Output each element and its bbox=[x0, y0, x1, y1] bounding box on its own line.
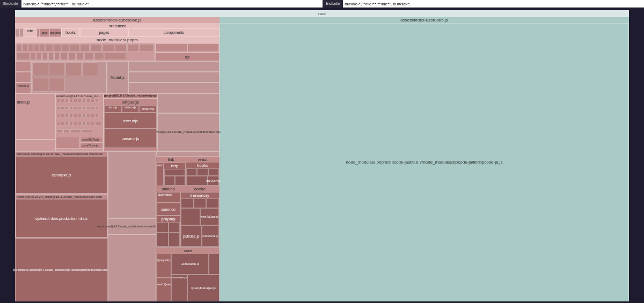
utilities-label[interactable]: utilities bbox=[156, 186, 180, 192]
queryinfo-cell[interactable]: QueryInfo.js bbox=[156, 254, 171, 278]
watchquery-cell[interactable]: watchQuery.js bbox=[156, 278, 171, 302]
bundle-left-title: assets/index-e35c696c.js bbox=[15, 17, 219, 23]
lodash-label: lodash-es@4.17.21/node_modules/lodash-es bbox=[56, 94, 103, 98]
language-label: language bbox=[104, 99, 157, 105]
include-label: Include bbox=[323, 0, 343, 8]
reactdom-prod-cell[interactable]: cjs/react-dom.production.min.js bbox=[16, 199, 107, 238]
pkg-cell[interactable] bbox=[108, 151, 156, 218]
model-label: Model.js bbox=[111, 76, 125, 79]
pkg-cell[interactable] bbox=[15, 139, 55, 151]
reactdom-group[interactable]: react-dom@18.2.0_react@18.2.0/node_modul… bbox=[15, 194, 108, 238]
inmemory-label: inmemory bbox=[181, 193, 219, 198]
http-cell[interactable]: http bbox=[164, 162, 186, 186]
exclude-label: Exclude bbox=[0, 0, 21, 8]
zod-cell[interactable]: zod@3.20.6/node_modules/zod/lib/index.mj… bbox=[157, 113, 219, 151]
src-client-row: vite apis graphql hooks pages components bbox=[15, 28, 219, 37]
pkg-cell[interactable] bbox=[187, 43, 219, 52]
include-input[interactable] bbox=[343, 0, 644, 8]
graphql-cell[interactable]: graphql bbox=[49, 28, 61, 37]
writestore-cell[interactable]: writeToStore.js bbox=[200, 208, 219, 225]
exclude-input[interactable] bbox=[21, 0, 323, 8]
pkg-cell[interactable] bbox=[108, 234, 156, 301]
components-cell[interactable]: components bbox=[128, 28, 219, 37]
parser-label: parser.mjs bbox=[122, 137, 139, 141]
filter-bar: Exclude Include bbox=[0, 0, 644, 8]
react-hooks-label: hooks bbox=[186, 162, 219, 168]
canvaskit-group[interactable]: canvaskit-wasm@0.39.0/node_modules/canva… bbox=[15, 151, 108, 194]
lodash-cell[interactable]: lodash-es@4.17.21/node_modules/lodash-es bbox=[55, 93, 104, 151]
canvaskit-label: canvaskit.js bbox=[52, 173, 71, 177]
pages-cell[interactable]: pages bbox=[80, 28, 128, 37]
querymanager-cell[interactable]: QueryManager.js bbox=[187, 275, 219, 301]
model-cell[interactable]: Model.js bbox=[107, 61, 128, 93]
js-temporal-label: @js-temporal+polyfill@0.4.3/node_modules… bbox=[13, 268, 111, 271]
canvaskit-pkg-label: canvaskit-wasm@0.39.0/node_modules/canva… bbox=[16, 152, 107, 156]
graphql-pkg-header[interactable]: graphql@16.6.0/node_modules/graphql bbox=[104, 93, 157, 99]
zipcode-cell[interactable]: node_modules/.pnpm/zipcode-ja@0.0.7/node… bbox=[219, 23, 629, 301]
hooks-cell[interactable]: hooks bbox=[61, 28, 80, 37]
pkg-cell[interactable] bbox=[156, 151, 219, 157]
parser-cell[interactable]: parser.mjs bbox=[104, 129, 157, 148]
pkg-cell[interactable] bbox=[128, 61, 219, 72]
common-label: common bbox=[161, 208, 175, 211]
parser-js-cell[interactable]: Parser.js bbox=[15, 83, 31, 93]
entitystore-cell[interactable]: entityStore.js bbox=[202, 225, 219, 247]
bundle-right-title: assets/index-016f8665.js bbox=[219, 17, 629, 23]
utils-cell[interactable]: utils bbox=[156, 162, 164, 186]
localstate-cell[interactable]: LocalState.js bbox=[171, 254, 209, 275]
http-label: http bbox=[164, 163, 185, 169]
zod-label: zod@3.20.6/node_modules/zod/lib/index.mj… bbox=[156, 130, 221, 134]
reactdom-prod-label: cjs/react-dom.production.min.js bbox=[35, 217, 87, 220]
cjs-label: cjs bbox=[185, 55, 190, 59]
graphql-util-cell[interactable]: graphql bbox=[156, 216, 180, 248]
treemap: root assets/index-e35c696c.js src/client… bbox=[0, 8, 644, 303]
language-group[interactable]: language ast.mjs visitor.mjs printer.mjs… bbox=[104, 99, 157, 151]
react-hooks-cell[interactable]: hooks useQuery.js bbox=[186, 162, 219, 186]
graphql-util-label: graphql bbox=[157, 216, 180, 222]
react-router-cell[interactable]: react-router@6.8.2/node_modules/react-ro… bbox=[108, 218, 156, 234]
pkg-cell[interactable] bbox=[156, 43, 187, 52]
observables-cell[interactable]: observables bbox=[156, 192, 180, 203]
tiny-cell[interactable] bbox=[19, 28, 24, 37]
index-cell[interactable]: index.js bbox=[15, 93, 55, 139]
cache-label[interactable]: cache bbox=[180, 186, 219, 192]
pkg-cell[interactable] bbox=[128, 83, 219, 93]
js-temporal-cell[interactable]: @js-temporal+polyfill@0.4.3/node_modules… bbox=[15, 238, 108, 301]
zipcode-label: node_modules/.pnpm/zipcode-ja@0.0.7/node… bbox=[346, 160, 503, 165]
react-label[interactable]: react bbox=[186, 157, 219, 162]
apis-cell[interactable]: apis bbox=[40, 28, 49, 37]
pkg-cell[interactable] bbox=[128, 72, 219, 83]
bundle-right[interactable]: assets/index-016f8665.js node_modules/.p… bbox=[219, 17, 629, 301]
inmemory-cell[interactable]: inmemory writeToStore.js bbox=[180, 192, 219, 248]
observablequery-cell[interactable]: ObservableQuery.js bbox=[171, 275, 187, 301]
vite-cell[interactable]: vite bbox=[24, 28, 36, 37]
common-cell[interactable]: common bbox=[156, 203, 180, 216]
tiny-cell[interactable] bbox=[15, 28, 19, 37]
pkg-cell[interactable] bbox=[31, 61, 107, 93]
pnpm-header[interactable]: node_modules/.pnpm bbox=[15, 37, 219, 43]
index-label: index.js bbox=[17, 100, 30, 104]
pkg-cell[interactable] bbox=[15, 72, 31, 83]
lexer-cell[interactable]: lexer.mjs bbox=[104, 113, 157, 129]
pkg-cell[interactable] bbox=[15, 61, 31, 72]
src-client-header[interactable]: src/client bbox=[15, 23, 219, 28]
reactdom-pkg-label: react-dom@18.2.0_react@18.2.0/node_modul… bbox=[16, 195, 107, 199]
parser-js-label: Parser.js bbox=[17, 84, 29, 87]
policies-cell[interactable]: policies.js bbox=[181, 225, 202, 247]
core-label[interactable]: core bbox=[156, 248, 219, 254]
link-label[interactable]: link bbox=[156, 157, 186, 162]
lexer-label: lexer.mjs bbox=[123, 119, 138, 123]
bundle-left[interactable]: assets/index-e35c696c.js src/client vite… bbox=[15, 17, 219, 301]
printer-cell[interactable]: printer.mjs bbox=[139, 105, 157, 113]
pkg-cell[interactable] bbox=[157, 93, 219, 113]
policies-label: policies.js bbox=[183, 234, 199, 238]
baseclone-cell[interactable]: _baseClone.js bbox=[80, 143, 103, 149]
usequery-cell[interactable]: useQuery.js bbox=[208, 176, 219, 186]
canvaskit-cell[interactable]: canvaskit.js bbox=[16, 156, 107, 194]
root-node[interactable]: root bbox=[15, 10, 629, 17]
pkg-cell[interactable] bbox=[15, 43, 155, 61]
cjs-cell[interactable]: cjs bbox=[155, 53, 219, 61]
pkg-cell[interactable] bbox=[56, 137, 80, 149]
equalbytag-cell[interactable]: _equalByTag.js bbox=[80, 137, 103, 143]
